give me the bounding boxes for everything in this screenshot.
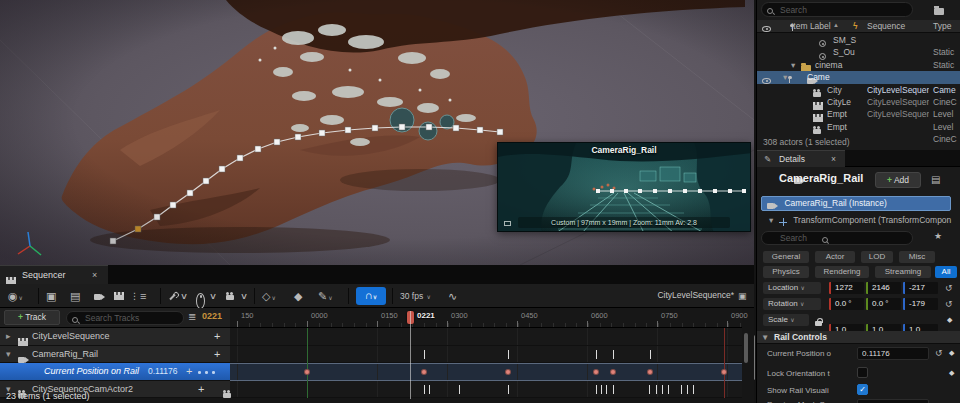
keyframe-nav-dot[interactable] <box>198 371 201 374</box>
keyframe-icon[interactable]: ◆ <box>949 349 954 357</box>
outliner-row[interactable]: ▾cinemaFolde <box>757 59 960 71</box>
rail-controls-section-header[interactable]: ▾ Rail Controls <box>757 331 960 344</box>
sequence-browse-icon[interactable]: ▣ <box>738 288 747 304</box>
keyframe-tick[interactable] <box>656 385 657 394</box>
curve-editor-icon[interactable]: ∿ <box>448 288 457 304</box>
chevron-right-icon[interactable]: ▸ <box>6 328 11 345</box>
current-position-input[interactable] <box>857 347 929 360</box>
add-component-button[interactable]: + Add <box>875 172 921 188</box>
filter-tab-general[interactable]: General <box>763 251 809 263</box>
keyframe-tick[interactable] <box>613 385 614 394</box>
save-thumbnail-icon[interactable]: ▣ <box>46 288 56 304</box>
type-column-header[interactable]: Type <box>933 21 951 31</box>
keyframe-tick[interactable] <box>693 385 694 394</box>
preview-mesh-input[interactable] <box>857 399 929 403</box>
keyframe-marker[interactable] <box>505 369 511 375</box>
sequencer-scrollbar-thumb[interactable] <box>744 333 748 363</box>
current-frame-display[interactable]: 0221 <box>202 311 222 321</box>
keyframe-nav-dot[interactable] <box>212 371 215 374</box>
create-camera-icon[interactable] <box>94 293 105 309</box>
new-folder-icon[interactable] <box>934 8 944 15</box>
kebab-menu-icon[interactable]: ⋮ <box>130 288 139 304</box>
sequence-column-header[interactable]: Sequence <box>867 21 905 31</box>
filter-tab-misc[interactable]: Misc <box>899 251 935 263</box>
add-track-icon[interactable]: + <box>214 328 220 345</box>
blueprint-browse-icon[interactable]: ▤ <box>931 174 940 185</box>
component-row-transform[interactable]: ▾ TransformComponent (TransformCompon <box>757 214 960 227</box>
render-movie-icon[interactable] <box>114 292 124 308</box>
track-row-object[interactable]: ▾CameraRig_Rail+ <box>0 346 230 364</box>
timeline-ruler[interactable]: 15000000150030004500600075009000221 <box>230 308 742 328</box>
camera-options-icon[interactable] <box>226 292 237 308</box>
chevron-down-icon[interactable]: ▾ <box>6 346 11 363</box>
filter-tab-rendering[interactable]: Rendering <box>815 266 869 278</box>
keyframe-tick[interactable] <box>650 350 651 359</box>
keyframe-tick[interactable] <box>424 385 425 394</box>
keyframe-tick[interactable] <box>601 385 602 394</box>
action-hierarchy-icon[interactable]: ≡ <box>140 288 146 304</box>
keyframe-marker[interactable] <box>721 369 727 375</box>
keyframe-tick[interactable] <box>606 385 607 394</box>
chevron-down-icon[interactable]: ∨ <box>180 290 188 303</box>
filter-tab-streaming[interactable]: Streaming <box>875 266 931 278</box>
snapping-magnet-button[interactable]: ∩∨ <box>356 287 386 305</box>
track-row-object[interactable]: ▸CityLevelSequence+ <box>0 328 230 346</box>
location-z-field[interactable]: -217 <box>903 282 938 294</box>
keyframe-tick[interactable] <box>459 385 460 394</box>
filter-icon[interactable]: ≣ <box>188 311 196 322</box>
outliner-row[interactable]: SM_SStatic <box>757 34 960 46</box>
details-search-input[interactable] <box>761 231 913 245</box>
settings-wrench-icon[interactable] <box>168 292 177 308</box>
keyframe-tick[interactable] <box>596 385 597 394</box>
find-in-content-browser-icon[interactable]: ▤ <box>70 288 80 304</box>
item-label-column-header[interactable]: Item Label <box>791 21 831 31</box>
add-track-icon[interactable]: + <box>214 346 220 363</box>
tab-sequencer[interactable]: Sequencer × <box>0 265 108 284</box>
favorites-star-icon[interactable]: ★ <box>934 231 942 241</box>
add-keyframe-icon[interactable]: + <box>186 363 192 380</box>
location-y-field[interactable]: 2146 <box>866 282 901 294</box>
outliner-search-input[interactable] <box>761 2 913 17</box>
visibility-column-eye-icon[interactable] <box>762 26 771 32</box>
rotation-x-field[interactable]: 0.0 ° <box>829 298 864 310</box>
lock-orientation-checkbox[interactable] <box>857 367 868 378</box>
filter-tab-physics[interactable]: Physics <box>763 266 809 278</box>
add-track-button[interactable]: + Track <box>4 310 60 325</box>
outliner-row[interactable]: CityCityLevelSequenCineC <box>757 84 960 96</box>
view-options-eye-icon[interactable] <box>196 293 205 309</box>
component-row-instance-selected[interactable]: CameraRig_Rail (Instance) <box>761 196 951 211</box>
outliner-row[interactable]: ▾CameCityLevelSequenCame <box>757 71 960 83</box>
sequencer-options-globe-icon[interactable]: ◉∨ <box>8 288 23 304</box>
keyframe-options-diamond-icon[interactable]: ◇∨ <box>262 288 276 304</box>
outliner-row[interactable]: EmptLevel <box>757 108 960 120</box>
fps-dropdown[interactable]: 30 fps ∨ <box>400 288 431 304</box>
show-rail-checkbox[interactable]: ✓ <box>857 384 868 395</box>
keyframe-tick[interactable] <box>649 385 650 394</box>
keyframe-tick[interactable] <box>508 385 509 394</box>
edit-pen-icon[interactable]: ✎∨ <box>318 288 333 304</box>
keyframe-nav-dot[interactable] <box>205 371 208 374</box>
keyframe-tick[interactable] <box>508 350 509 359</box>
close-icon[interactable]: × <box>92 266 97 284</box>
tab-details[interactable]: ✎ Details × <box>757 150 845 167</box>
scale-lock-icon[interactable] <box>815 318 823 326</box>
auto-key-diamond-icon[interactable]: ◆ <box>294 288 302 304</box>
keyframe-tick[interactable] <box>668 385 669 394</box>
keyframe-tick[interactable] <box>662 385 663 394</box>
keyframe-tick[interactable] <box>613 350 614 359</box>
outliner-row[interactable]: EmptCineC <box>757 121 960 133</box>
keyframe-marker[interactable] <box>304 369 310 375</box>
rotation-z-field[interactable]: -179 <box>903 298 938 310</box>
sort-ascending-icon[interactable]: ▲ <box>833 22 839 28</box>
keyframe-tick[interactable] <box>596 350 597 359</box>
keyframe-icon[interactable]: ◆ <box>949 369 954 377</box>
chevron-down-icon[interactable]: ∨ <box>209 290 217 303</box>
chevron-down-icon[interactable]: ▾ <box>769 214 773 227</box>
keyframe-marker[interactable] <box>647 369 653 375</box>
keyframe-icon[interactable]: ◆ <box>947 316 952 324</box>
camera-lock-icon[interactable] <box>223 390 234 398</box>
reset-location-icon[interactable]: ↺ <box>945 283 953 293</box>
track-lane[interactable] <box>230 328 742 346</box>
chevron-down-icon[interactable]: ▾ <box>783 71 787 83</box>
keyframe-tick[interactable] <box>424 350 425 359</box>
